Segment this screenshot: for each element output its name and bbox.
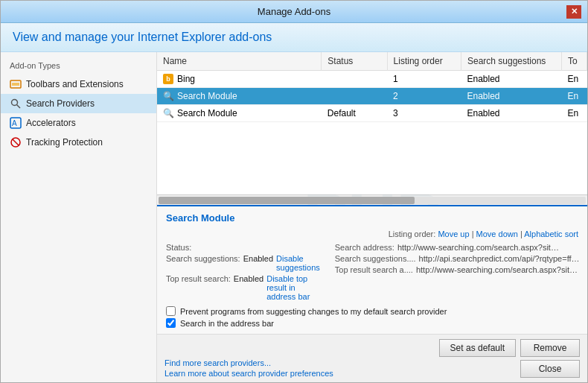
col-search-suggestions: Search suggestions bbox=[461, 52, 561, 71]
search-address-label: Search address: bbox=[335, 243, 394, 252]
sidebar-search-label: Search Providers bbox=[26, 98, 95, 109]
details-right: Search address: http://www-searching.com… bbox=[335, 243, 583, 303]
addons-table: Name Status Listing order Search suggest… bbox=[157, 52, 587, 122]
search-suggestions-url-row: Search suggestions.... http://api.search… bbox=[335, 254, 583, 263]
col-to: To bbox=[562, 52, 587, 71]
remove-button[interactable]: Remove bbox=[520, 339, 580, 357]
sidebar-item-tracking[interactable]: Tracking Protection bbox=[1, 133, 156, 152]
scrollbar-track bbox=[159, 197, 586, 204]
top-result-url-row: Top result search a.... http://www-searc… bbox=[335, 265, 583, 274]
toolbars-icon bbox=[10, 78, 22, 90]
disable-top-result-link[interactable]: Disable top result in address bar bbox=[266, 274, 320, 301]
find-more-link[interactable]: Find more search providers... bbox=[164, 358, 333, 367]
table-area[interactable]: Name Status Listing order Search suggest… bbox=[157, 52, 587, 194]
table-row[interactable]: 🔍 Search Module Default 3 Enabled En bbox=[157, 105, 587, 122]
sidebar-item-accelerators[interactable]: A Accelerators bbox=[1, 113, 156, 133]
learn-more-link[interactable]: Learn more about search provider prefere… bbox=[164, 369, 333, 378]
horizontal-scrollbar[interactable] bbox=[157, 194, 587, 205]
col-status: Status bbox=[322, 52, 387, 71]
svg-line-3 bbox=[17, 105, 21, 109]
table-row[interactable]: b Bing 1 Enabled En bbox=[157, 71, 587, 88]
bing-icon: b bbox=[163, 74, 173, 84]
col-listing-order: Listing order bbox=[387, 52, 461, 71]
sidebar-item-search-providers[interactable]: Search Providers bbox=[1, 94, 156, 113]
row3-to: En bbox=[562, 105, 587, 122]
row2-name: 🔍 Search Module bbox=[157, 88, 322, 105]
main-content: Add-on Types Toolbars and Extensions Sea… bbox=[1, 52, 587, 382]
move-down-link[interactable]: Move down bbox=[476, 230, 518, 238]
search-suggestions-row: Search suggestions: Enabled Disable sugg… bbox=[166, 254, 320, 272]
search-suggestions-url-value: http://api.searchpredict.com/api/?rqtype… bbox=[419, 254, 583, 263]
status-label: Status: bbox=[166, 243, 191, 252]
svg-line-7 bbox=[13, 139, 19, 145]
set-as-default-button[interactable]: Set as default bbox=[439, 339, 516, 357]
move-up-link[interactable]: Move up bbox=[438, 230, 469, 238]
search-address-row: Search address: http://www-searching.com… bbox=[335, 243, 583, 252]
top-btn-row: Set as default Remove bbox=[439, 339, 580, 357]
row3-search-suggestions: Enabled bbox=[461, 105, 561, 122]
scrollbar-thumb bbox=[159, 197, 415, 204]
top-result-url-value: http://www-searching.com/search.aspx?sit… bbox=[416, 265, 580, 274]
right-panel: PUP Name Status Listing order Search sug… bbox=[157, 52, 587, 382]
details-panel: Search Module Listing order: Move up | M… bbox=[157, 205, 587, 334]
search-row-icon: 🔍 bbox=[163, 91, 173, 101]
search-address-value: http://www-searching.com/search.aspx?sit… bbox=[397, 243, 561, 252]
checkbox-row-1: Prevent programs from suggesting changes… bbox=[166, 306, 578, 316]
close-window-button[interactable]: ✕ bbox=[566, 5, 581, 19]
status-row: Status: bbox=[166, 243, 320, 252]
bottom-actions: Find more search providers... Learn more… bbox=[157, 334, 587, 382]
bottom-links: Find more search providers... Learn more… bbox=[164, 358, 333, 378]
header-text: View and manage your Internet Explorer a… bbox=[13, 31, 272, 43]
action-buttons: Set as default Remove Close bbox=[439, 339, 580, 378]
tracking-icon bbox=[10, 136, 22, 148]
prevent-programs-label: Prevent programs from suggesting changes… bbox=[180, 307, 447, 316]
accelerators-icon: A bbox=[10, 117, 22, 129]
title-bar: Manage Add-ons ✕ bbox=[1, 1, 587, 23]
close-button[interactable]: Close bbox=[520, 360, 580, 378]
listing-order-static-label: Listing order: bbox=[389, 230, 436, 238]
svg-point-2 bbox=[12, 100, 18, 106]
search-address-bar-checkbox[interactable] bbox=[166, 318, 176, 328]
top-result-url-label: Top result search a.... bbox=[335, 265, 413, 274]
search-providers-icon bbox=[10, 98, 22, 110]
row1-name: b Bing bbox=[157, 71, 322, 88]
sidebar: Add-on Types Toolbars and Extensions Sea… bbox=[1, 52, 157, 382]
window-title: Manage Add-ons bbox=[22, 6, 566, 17]
details-grid: Status: Search suggestions: Enabled Disa… bbox=[166, 243, 578, 303]
search-suggestions-label: Search suggestions: bbox=[166, 254, 240, 263]
search-suggestions-value: Enabled bbox=[243, 254, 273, 263]
alphabetic-sort-link[interactable]: Alphabetic sort bbox=[524, 230, 578, 238]
row3-status: Default bbox=[322, 105, 387, 122]
bottom-btn-row: Close bbox=[520, 360, 580, 378]
top-result-label: Top result search: bbox=[166, 274, 231, 283]
search-address-bar-label: Search in the address bar bbox=[180, 319, 274, 328]
checkboxes-area: Prevent programs from suggesting changes… bbox=[166, 306, 578, 328]
row2-status bbox=[322, 88, 387, 105]
details-title: Search Module bbox=[166, 212, 578, 224]
details-left: Status: Search suggestions: Enabled Disa… bbox=[166, 243, 320, 303]
listing-order-line: Listing order: Move up | Move down | Alp… bbox=[166, 230, 578, 238]
row2-listing-order: 2 bbox=[387, 88, 461, 105]
row2-to: En bbox=[562, 88, 587, 105]
row3-listing-order: 3 bbox=[387, 105, 461, 122]
search-row-icon2: 🔍 bbox=[163, 108, 173, 118]
svg-text:A: A bbox=[12, 119, 17, 127]
row3-name: 🔍 Search Module bbox=[157, 105, 322, 122]
sidebar-item-toolbars[interactable]: Toolbars and Extensions bbox=[1, 75, 156, 94]
table-header-row: Name Status Listing order Search suggest… bbox=[157, 52, 587, 71]
row1-to: En bbox=[562, 71, 587, 88]
search-suggestions-url-label: Search suggestions.... bbox=[335, 254, 416, 263]
sidebar-tracking-label: Tracking Protection bbox=[26, 137, 103, 148]
row1-status bbox=[322, 71, 387, 88]
addon-types-label: Add-on Types bbox=[1, 58, 156, 75]
top-result-row: Top result search: Enabled Disable top r… bbox=[166, 274, 320, 301]
top-result-value: Enabled bbox=[234, 274, 263, 283]
header-banner: View and manage your Internet Explorer a… bbox=[1, 23, 587, 52]
row2-search-suggestions: Enabled bbox=[461, 88, 561, 105]
disable-suggestions-link[interactable]: Disable suggestions bbox=[276, 254, 320, 272]
table-row[interactable]: 🔍 Search Module 2 Enabled En bbox=[157, 88, 587, 105]
prevent-programs-checkbox[interactable] bbox=[166, 306, 176, 316]
sidebar-accelerators-label: Accelerators bbox=[26, 118, 76, 128]
svg-rect-1 bbox=[12, 83, 19, 86]
row1-search-suggestions: Enabled bbox=[461, 71, 561, 88]
